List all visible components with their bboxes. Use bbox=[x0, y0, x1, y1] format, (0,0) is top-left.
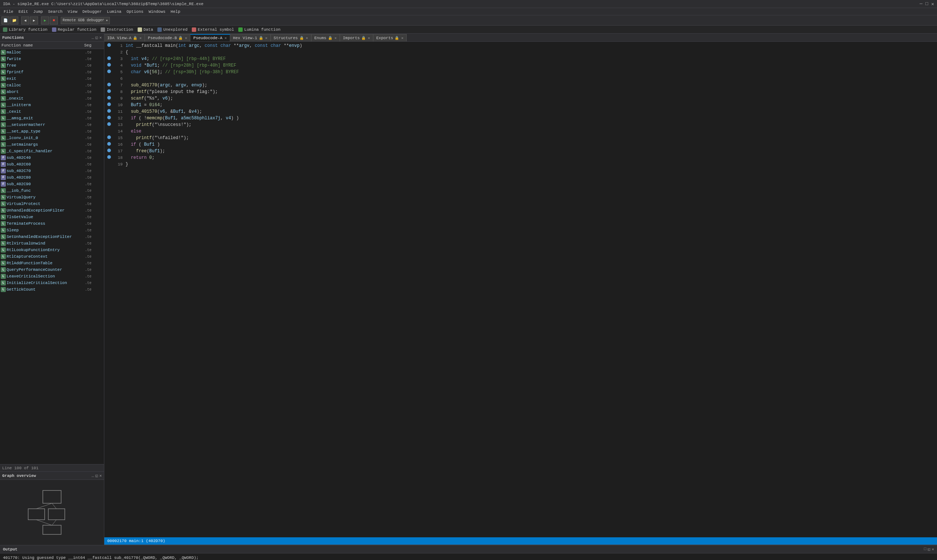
fn-row[interactable]: LVirtualQuery.te bbox=[0, 194, 104, 201]
fn-row[interactable]: LRtlCaptureContext.te bbox=[0, 253, 104, 260]
close-panel-button[interactable]: ✕ bbox=[99, 35, 102, 40]
code-line[interactable]: 13 printf("\nsuccess!"); bbox=[104, 122, 937, 129]
tab-exports[interactable]: Exports🔒✕ bbox=[373, 34, 407, 42]
fn-row[interactable]: Lexit.te bbox=[0, 75, 104, 82]
fn-row[interactable]: Fsub_402C90.te bbox=[0, 181, 104, 188]
output-panel-controls[interactable]: □ ◱ ✕ bbox=[924, 547, 934, 552]
tab-close-button[interactable]: ✕ bbox=[401, 36, 403, 40]
code-line[interactable]: 14 else bbox=[104, 129, 937, 135]
tab-pseudocode-a[interactable]: Pseudocode-A✕ bbox=[190, 34, 230, 42]
tabs-bar[interactable]: IDA View-A🔒✕Pseudocode-B🔒✕Pseudocode-A✕H… bbox=[104, 34, 937, 42]
close-graph-button[interactable]: ✕ bbox=[99, 473, 102, 478]
fn-row[interactable]: LGetTickCount.te bbox=[0, 286, 104, 293]
fn-row[interactable]: Lfree.te bbox=[0, 62, 104, 69]
fn-row[interactable]: L__setusermatherr.te bbox=[0, 122, 104, 128]
menu-item-help[interactable]: Help bbox=[168, 9, 182, 14]
close-button[interactable]: ✕ bbox=[931, 1, 934, 7]
menu-item-view[interactable]: View bbox=[66, 9, 79, 14]
tab-close-button[interactable]: ✕ bbox=[265, 36, 268, 40]
fn-row[interactable]: Lcalloc.te bbox=[0, 82, 104, 89]
fn-row[interactable]: Fsub_402C60.te bbox=[0, 161, 104, 168]
code-line[interactable]: 18 return 0; bbox=[104, 155, 937, 162]
tab-structures[interactable]: Structures🔒✕ bbox=[271, 34, 311, 42]
fn-row[interactable]: Lmalloc.te bbox=[0, 49, 104, 55]
fn-row[interactable]: L_C_specific_handler.te bbox=[0, 148, 104, 154]
menu-item-windows[interactable]: Windows bbox=[146, 9, 168, 14]
code-line[interactable]: 12 if ( !memcmp(Buf1, a5mc58bphliax7j, v… bbox=[104, 115, 937, 122]
close-output-button[interactable]: ✕ bbox=[931, 547, 934, 552]
tab-pseudocode-b[interactable]: Pseudocode-B🔒✕ bbox=[145, 34, 190, 42]
code-line[interactable]: 11 sub_401570(v6, &Buf1, &v4); bbox=[104, 109, 937, 115]
fn-row[interactable]: LVirtualProtect.te bbox=[0, 201, 104, 207]
tab-imports[interactable]: Imports🔒✕ bbox=[340, 34, 373, 42]
code-line[interactable]: 15 printf("\nfailed!"); bbox=[104, 135, 937, 142]
maximize-output-button[interactable]: □ bbox=[924, 547, 926, 552]
code-line[interactable]: 2{ bbox=[104, 50, 937, 56]
forward-button[interactable]: ▶ bbox=[30, 17, 38, 25]
fn-row[interactable]: Labort.te bbox=[0, 89, 104, 95]
fn-row[interactable]: L_lconv_init_0.te bbox=[0, 135, 104, 141]
code-area[interactable]: 1int __fastcall main(int argc, const cha… bbox=[104, 42, 937, 537]
tab-close-button[interactable]: ✕ bbox=[368, 36, 370, 40]
menu-item-options[interactable]: Options bbox=[125, 9, 146, 14]
menu-item-search[interactable]: Search bbox=[46, 9, 65, 14]
functions-list[interactable]: Function name Seg Lmalloc.teLfwrite.teLf… bbox=[0, 42, 104, 464]
fn-row[interactable]: LRtlLookupFunctionEntry.te bbox=[0, 247, 104, 253]
panel-controls[interactable]: _ ◱ ✕ bbox=[91, 35, 102, 40]
float-output-button[interactable]: ◱ bbox=[928, 547, 931, 552]
minimize-panel-button[interactable]: _ bbox=[91, 35, 94, 40]
run-button[interactable]: ▶ bbox=[41, 17, 49, 25]
debugger-dropdown[interactable]: Remote GDB debugger ▾ bbox=[61, 17, 110, 24]
code-line[interactable]: 19} bbox=[104, 162, 937, 168]
code-line[interactable]: 9 scanf("%s", v6); bbox=[104, 96, 937, 103]
fn-row[interactable]: L__amsg_exit.te bbox=[0, 115, 104, 122]
fn-row[interactable]: L_onexit.te bbox=[0, 95, 104, 102]
code-line[interactable]: 1int __fastcall main(int argc, const cha… bbox=[104, 43, 937, 50]
tab-close-button[interactable]: ✕ bbox=[225, 36, 227, 40]
minimize-graph-button[interactable]: _ bbox=[91, 473, 94, 478]
fn-row[interactable]: Fsub_402C70.te bbox=[0, 168, 104, 174]
menu-item-edit[interactable]: Edit bbox=[16, 9, 30, 14]
float-panel-button[interactable]: ◱ bbox=[95, 35, 98, 40]
fn-row[interactable]: LUnhandledExceptionFilter.te bbox=[0, 207, 104, 214]
fn-row[interactable]: LRtlVirtualUnwind.te bbox=[0, 240, 104, 247]
tab-close-button[interactable]: ✕ bbox=[335, 36, 337, 40]
code-line[interactable]: 17 free(Buf1); bbox=[104, 149, 937, 155]
tab-close-button[interactable]: ✕ bbox=[140, 36, 142, 40]
menu-item-jump[interactable]: Jump bbox=[31, 9, 45, 14]
graph-panel-controls[interactable]: _ ◱ ✕ bbox=[91, 473, 102, 478]
fn-row[interactable]: L__initterm.te bbox=[0, 102, 104, 108]
code-line[interactable]: 16 if ( Buf1 ) bbox=[104, 142, 937, 149]
fn-row[interactable]: LQueryPerformanceCounter.te bbox=[0, 266, 104, 273]
fn-row[interactable]: LTlsGetValue.te bbox=[0, 214, 104, 220]
code-line[interactable]: 3 int v4; // [rsp+24h] [rbp-44h] BYREF bbox=[104, 56, 937, 63]
code-line[interactable]: 6 bbox=[104, 76, 937, 83]
fn-row[interactable]: L_cexit.te bbox=[0, 108, 104, 115]
menu-item-debugger[interactable]: Debugger bbox=[80, 9, 104, 14]
code-line[interactable]: 8 printf("please input the flag:"); bbox=[104, 89, 937, 96]
fn-row[interactable]: L__iob_func.te bbox=[0, 188, 104, 194]
fn-row[interactable]: LSetUnhandledExceptionFilter.te bbox=[0, 234, 104, 240]
tab-hex-view-1[interactable]: Hex View-1🔒✕ bbox=[230, 34, 271, 42]
back-button[interactable]: ◀ bbox=[21, 17, 29, 25]
fn-row[interactable]: LInitializeCriticalSection.te bbox=[0, 280, 104, 286]
tab-enums[interactable]: Enums🔒✕ bbox=[311, 34, 340, 42]
fn-row[interactable]: Fsub_402C80.te bbox=[0, 174, 104, 181]
fn-row[interactable]: L__setmainargs.te bbox=[0, 141, 104, 148]
fn-row[interactable]: LSleep.te bbox=[0, 227, 104, 234]
minimize-button[interactable]: ─ bbox=[920, 1, 923, 7]
fn-row[interactable]: Fsub_402C40.te bbox=[0, 154, 104, 161]
fn-row[interactable]: LRtlAddFunctionTable.te bbox=[0, 260, 104, 266]
code-line[interactable]: 10 Buf1 = 0i64; bbox=[104, 103, 937, 109]
tab-close-button[interactable]: ✕ bbox=[306, 36, 308, 40]
code-line[interactable]: 7 sub_401770(argc, argv, envp); bbox=[104, 83, 937, 89]
menu-item-lumina[interactable]: Lumina bbox=[105, 9, 124, 14]
tab-ida-view-a[interactable]: IDA View-A🔒✕ bbox=[104, 34, 145, 42]
tab-close-button[interactable]: ✕ bbox=[185, 36, 187, 40]
float-graph-button[interactable]: ◱ bbox=[95, 473, 98, 478]
open-button[interactable]: 📁 bbox=[10, 17, 18, 25]
fn-row[interactable]: LTerminateProcess.te bbox=[0, 220, 104, 227]
menu-item-file[interactable]: File bbox=[2, 9, 15, 14]
fn-row[interactable]: LLeaveCriticalSection.te bbox=[0, 273, 104, 280]
new-button[interactable]: 📄 bbox=[2, 17, 9, 25]
